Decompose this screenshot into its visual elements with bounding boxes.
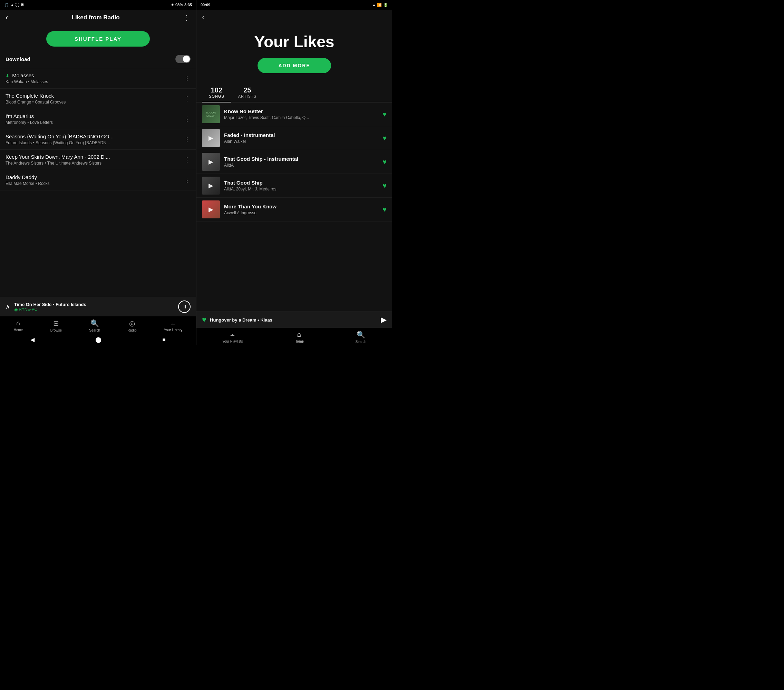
mini-player-info: Hungover by a Dream • Klaas <box>210 317 377 323</box>
nav-label-radio: Radio <box>127 329 137 332</box>
battery-icon-right: 🔋 <box>383 3 388 7</box>
track-name: ⬇ Molasses <box>5 72 184 78</box>
left-panel: 🎵 ▲ ⛶ 🖥 ✴ 98% 3:35 ‹ Liked from Radio ⋮ … <box>0 0 196 345</box>
right-status-icons-right: ▲ 📶 🔋 <box>372 3 388 7</box>
track-more-icon[interactable]: ⋮ <box>184 136 191 143</box>
back-button-right[interactable]: ‹ <box>202 13 204 22</box>
track-name: I'm Aquarius <box>5 113 184 119</box>
nav-label-search: Search <box>89 329 100 332</box>
nav-label-home: Home <box>14 328 23 332</box>
shuffle-play-button[interactable]: SHUFFLE PLAY <box>46 31 150 47</box>
artists-count: 25 <box>238 86 257 94</box>
left-status-icons: 🎵 ▲ ⛶ 🖥 <box>4 3 24 7</box>
track-more-icon[interactable]: ⋮ <box>184 115 191 123</box>
nav-item-home-right[interactable]: ⌂ Home <box>295 330 304 343</box>
song-item[interactable]: ▶ That Good Ship AllttA, 20syl, Mr. J. M… <box>196 174 392 198</box>
now-playing-expand-icon[interactable]: ∧ <box>5 303 10 310</box>
track-name: Keep Your Skirts Down, Mary Ann - 2002 D… <box>5 154 184 160</box>
song-item[interactable]: MAJOR LAZER Know No Better Major Lazer, … <box>196 102 392 126</box>
track-item[interactable]: Seasons (Waiting On You) [BADBADNOTGO...… <box>0 130 196 150</box>
add-more-button[interactable]: ADD MORE <box>257 58 331 73</box>
liked-heart-icon[interactable]: ♥ <box>382 182 387 190</box>
time-right: 00:09 <box>201 3 210 7</box>
track-more-icon[interactable]: ⋮ <box>184 176 191 184</box>
track-name: The Complete Knock <box>5 93 184 99</box>
artists-tab[interactable]: 25 ARTISTS <box>231 84 264 102</box>
now-playing-bar[interactable]: ∧ Time On Her Side • Future Islands ◉ RY… <box>0 297 196 316</box>
nav-item-library[interactable]: ⫠ Your Library <box>164 319 183 332</box>
nav-item-search[interactable]: 🔍 Search <box>89 319 100 332</box>
artists-label: ARTISTS <box>238 94 257 98</box>
track-info: The Complete Knock Blood Orange • Coasta… <box>5 93 184 105</box>
nav-item-radio[interactable]: ◎ Radio <box>127 319 137 332</box>
mini-play-button[interactable]: ▶ <box>381 315 387 324</box>
track-item[interactable]: ⬇ Molasses Kan Wakan • Molasses ⋮ <box>0 68 196 89</box>
songs-label: SONGS <box>209 94 224 98</box>
home-system-button[interactable]: ⬤ <box>95 337 102 343</box>
song-item[interactable]: ▶ That Good Ship - Instrumental AllttA ♥ <box>196 150 392 174</box>
spotify-icon: 🎵 <box>4 3 9 7</box>
song-item[interactable]: ▶ More Than You Know Axwell /\ Ingrosso … <box>196 198 392 222</box>
nav-label-browse: Browse <box>50 329 62 332</box>
more-options-button[interactable]: ⋮ <box>183 13 191 22</box>
page-title-left: Liked from Radio <box>72 14 120 21</box>
back-button-left[interactable]: ‹ <box>5 13 8 22</box>
songs-tab[interactable]: 102 SONGS <box>202 84 231 102</box>
mini-heart-icon[interactable]: ♥ <box>202 315 206 324</box>
mini-player-right[interactable]: ♥ Hungover by a Dream • Klaas ▶ <box>196 312 392 328</box>
liked-heart-icon[interactable]: ♥ <box>382 134 387 142</box>
stats-row: 102 SONGS 25 ARTISTS <box>196 84 392 102</box>
track-info: Daddy Daddy Ella Mae Morse • Rocks <box>5 174 184 186</box>
track-sub: Kan Wakan • Molasses <box>5 79 184 84</box>
search-icon-right: 🔍 <box>357 330 365 339</box>
downloaded-icon: ⬇ <box>5 73 9 78</box>
download-row: Download <box>0 52 196 68</box>
track-more-icon[interactable]: ⋮ <box>184 156 191 164</box>
nav-label-library: Your Library <box>164 328 183 332</box>
song-item[interactable]: ▶ Faded - Instrumental Alan Walker ♥ <box>196 126 392 150</box>
track-item[interactable]: Keep Your Skirts Down, Mary Ann - 2002 D… <box>0 150 196 170</box>
liked-heart-icon[interactable]: ♥ <box>382 158 387 166</box>
now-playing-info: Time On Her Side • Future Islands ◉ RYNE… <box>14 302 174 312</box>
download-toggle[interactable] <box>175 55 191 63</box>
nav-item-home[interactable]: ⌂ Home <box>14 319 23 332</box>
nav-item-search-right[interactable]: 🔍 Search <box>355 330 366 343</box>
song-artist: Major Lazer, Travis Scott, Camila Cabell… <box>224 115 378 120</box>
track-sub: Blood Orange • Coastal Grooves <box>5 100 184 105</box>
status-bar-left: 🎵 ▲ ⛶ 🖥 ✴ 98% 3:35 <box>0 0 196 10</box>
track-info: Keep Your Skirts Down, Mary Ann - 2002 D… <box>5 154 184 166</box>
track-more-icon[interactable]: ⋮ <box>184 74 191 82</box>
now-playing-title: Time On Her Side • Future Islands <box>14 302 174 307</box>
track-item[interactable]: The Complete Knock Blood Orange • Coasta… <box>0 89 196 109</box>
nav-item-playlists[interactable]: ⫠ Your Playlists <box>222 330 243 343</box>
nav-label-home-right: Home <box>295 340 304 343</box>
track-more-icon[interactable]: ⋮ <box>184 95 191 102</box>
liked-heart-icon[interactable]: ♥ <box>382 110 387 118</box>
song-name: That Good Ship - Instrumental <box>224 156 378 162</box>
home-icon-right: ⌂ <box>297 330 301 338</box>
search-icon: 🔍 <box>91 319 99 327</box>
track-list: ⬇ Molasses Kan Wakan • Molasses ⋮ The Co… <box>0 68 196 297</box>
signal-icons: ▲ ⛶ 🖥 <box>10 3 24 7</box>
track-item[interactable]: Daddy Daddy Ella Mae Morse • Rocks ⋮ <box>0 170 196 191</box>
liked-heart-icon[interactable]: ♥ <box>382 205 387 214</box>
track-info: I'm Aquarius Metronomy • Love Letters <box>5 113 184 125</box>
pause-button[interactable]: ⏸ <box>178 301 191 313</box>
nav-item-browse[interactable]: ⊟ Browse <box>50 319 62 332</box>
status-bar-right: 00:09 ▲ 📶 🔋 <box>196 0 392 10</box>
recent-system-button[interactable]: ■ <box>162 337 166 343</box>
home-icon: ⌂ <box>16 319 20 327</box>
track-item[interactable]: I'm Aquarius Metronomy • Love Letters ⋮ <box>0 109 196 130</box>
play-overlay-icon: ▶ <box>209 158 213 166</box>
back-system-button[interactable]: ◀ <box>30 337 35 343</box>
song-thumbnail: ▶ <box>202 129 220 147</box>
song-info: Faded - Instrumental Alan Walker <box>224 132 378 144</box>
bottom-nav-right: ⫠ Your Playlists ⌂ Home 🔍 Search <box>196 328 392 345</box>
header-left: ‹ Liked from Radio ⋮ <box>0 10 196 26</box>
nav-label-search-right: Search <box>355 340 366 343</box>
your-likes-section: Your Likes ADD MORE <box>196 26 392 84</box>
song-info: More Than You Know Axwell /\ Ingrosso <box>224 204 378 215</box>
song-thumbnail: MAJOR LAZER <box>202 105 220 123</box>
song-info: Know No Better Major Lazer, Travis Scott… <box>224 108 378 120</box>
song-name: Know No Better <box>224 108 378 114</box>
